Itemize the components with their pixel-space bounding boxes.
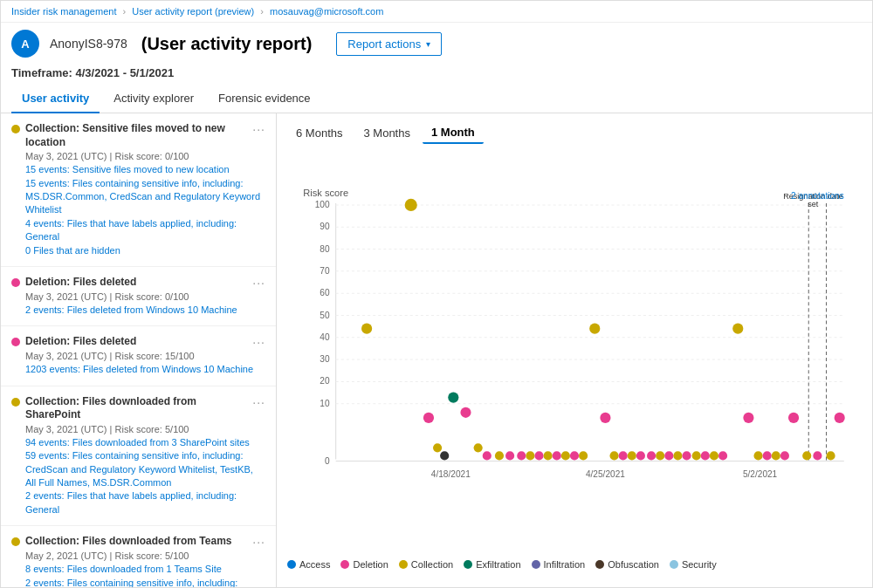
event-type-dot bbox=[11, 278, 20, 287]
data-point[interactable] bbox=[361, 324, 372, 334]
data-point[interactable] bbox=[763, 451, 772, 460]
data-point[interactable] bbox=[656, 451, 664, 460]
legend-label: Security bbox=[682, 559, 717, 570]
legend-label: Collection bbox=[411, 559, 453, 570]
data-point[interactable] bbox=[505, 451, 514, 460]
data-point[interactable] bbox=[788, 413, 799, 423]
event-type-dot bbox=[11, 398, 20, 407]
event-link[interactable]: 2 events: Files that have labels applied… bbox=[25, 489, 265, 516]
data-point[interactable] bbox=[579, 451, 588, 460]
event-link[interactable]: 8 events: Files downloaded from 1 Teams … bbox=[25, 563, 265, 576]
timeframe: Timeframe: 4/3/2021 - 5/1/2021 bbox=[1, 65, 872, 85]
data-point[interactable] bbox=[561, 451, 570, 460]
data-point[interactable] bbox=[753, 451, 762, 460]
event-link[interactable]: 59 events: Files containing sensitive in… bbox=[25, 449, 265, 489]
event-link[interactable]: 15 events: Files containing sensitive in… bbox=[25, 177, 265, 217]
data-point[interactable] bbox=[433, 443, 442, 452]
data-point[interactable] bbox=[474, 443, 483, 452]
breadcrumb-sep-2: › bbox=[260, 6, 264, 17]
data-point[interactable] bbox=[589, 324, 600, 334]
list-item: Collection: Files downloaded from ShareP… bbox=[1, 386, 276, 527]
svg-text:4/18/2021: 4/18/2021 bbox=[431, 469, 471, 479]
data-point[interactable] bbox=[780, 451, 789, 460]
event-more-button[interactable]: ··· bbox=[252, 535, 265, 549]
tab-forensic-evidence[interactable]: Forensic evidence bbox=[208, 85, 321, 113]
data-point[interactable] bbox=[526, 451, 534, 460]
data-point[interactable] bbox=[440, 451, 449, 460]
tab-user-activity[interactable]: User activity bbox=[11, 85, 100, 113]
data-point[interactable] bbox=[483, 451, 491, 460]
data-point[interactable] bbox=[718, 451, 727, 460]
data-point[interactable] bbox=[813, 451, 821, 460]
time-btn-6months[interactable]: 6 Months bbox=[287, 122, 351, 144]
event-link[interactable]: 15 events: Sensitive files moved to new … bbox=[25, 163, 265, 176]
breadcrumb-sep-1: › bbox=[123, 6, 127, 17]
data-point[interactable] bbox=[619, 451, 628, 460]
event-meta: May 2, 2021 (UTC) | Risk score: 5/100 bbox=[25, 550, 265, 561]
data-point[interactable] bbox=[647, 451, 656, 460]
data-point[interactable] bbox=[609, 451, 618, 460]
time-btn-1month[interactable]: 1 Month bbox=[423, 122, 484, 144]
list-item: Deletion: Files deleted···May 3, 2021 (U… bbox=[1, 267, 276, 326]
data-point[interactable] bbox=[600, 413, 610, 423]
data-point[interactable] bbox=[544, 451, 553, 460]
data-point[interactable] bbox=[460, 407, 471, 418]
data-point[interactable] bbox=[827, 451, 835, 460]
avatar: A bbox=[11, 30, 39, 58]
event-link[interactable]: 94 events: Files downloaded from 3 Share… bbox=[25, 436, 265, 449]
event-more-button[interactable]: ··· bbox=[252, 276, 265, 290]
event-type-dot bbox=[11, 125, 20, 133]
event-title: Deletion: Files deleted bbox=[25, 335, 247, 349]
data-point[interactable] bbox=[664, 451, 673, 460]
event-title: Collection: Sensitive files moved to new… bbox=[25, 122, 247, 149]
legend-color-dot bbox=[340, 560, 349, 569]
legend-label: Exfiltration bbox=[476, 559, 520, 570]
data-point[interactable] bbox=[517, 451, 526, 460]
data-point[interactable] bbox=[423, 413, 434, 423]
event-meta: May 3, 2021 (UTC) | Risk score: 15/100 bbox=[25, 351, 265, 361]
data-point[interactable] bbox=[683, 451, 691, 460]
event-link[interactable]: 2 events: Files deleted from Windows 10 … bbox=[25, 304, 265, 317]
data-point[interactable] bbox=[448, 393, 458, 403]
data-point[interactable] bbox=[743, 413, 753, 423]
breadcrumb-item-2[interactable]: User activity report (preview) bbox=[132, 6, 254, 17]
svg-text:30: 30 bbox=[320, 354, 330, 364]
tab-activity-explorer[interactable]: Activity explorer bbox=[103, 85, 204, 113]
svg-text:100: 100 bbox=[315, 200, 330, 209]
data-point[interactable] bbox=[802, 451, 811, 460]
data-point[interactable] bbox=[835, 413, 845, 423]
breadcrumb-item-1[interactable]: Insider risk management bbox=[11, 6, 116, 17]
event-link[interactable]: 0 Files that are hidden bbox=[25, 244, 265, 257]
event-link[interactable]: 2 events: Files containing sensitive inf… bbox=[25, 577, 265, 588]
event-more-button[interactable]: ··· bbox=[252, 122, 265, 136]
data-point[interactable] bbox=[553, 451, 561, 460]
data-point[interactable] bbox=[495, 451, 504, 460]
event-more-button[interactable]: ··· bbox=[252, 335, 265, 349]
time-btn-3months[interactable]: 3 Months bbox=[354, 122, 418, 144]
data-point[interactable] bbox=[772, 451, 780, 460]
breadcrumb-item-3[interactable]: mosauvag@microsoft.com bbox=[270, 6, 383, 17]
data-point[interactable] bbox=[732, 324, 743, 334]
event-link[interactable]: 4 events: Files that have labels applied… bbox=[25, 217, 265, 244]
event-more-button[interactable]: ··· bbox=[252, 395, 265, 409]
legend-item: Collection bbox=[399, 559, 453, 570]
data-point[interactable] bbox=[405, 199, 417, 211]
data-point[interactable] bbox=[636, 451, 645, 460]
data-point[interactable] bbox=[628, 451, 636, 460]
data-point[interactable] bbox=[710, 451, 718, 460]
data-point[interactable] bbox=[534, 451, 543, 460]
svg-text:5/2/2021: 5/2/2021 bbox=[743, 469, 778, 479]
legend-item: Access bbox=[287, 559, 330, 570]
legend-label: Infiltration bbox=[544, 559, 586, 570]
data-point[interactable] bbox=[701, 451, 710, 460]
event-link[interactable]: 1203 events: Files deleted from Windows … bbox=[25, 363, 265, 376]
legend-item: Exfiltration bbox=[464, 559, 520, 570]
svg-text:90: 90 bbox=[320, 222, 330, 231]
report-actions-button[interactable]: Report actions ▾ bbox=[336, 32, 442, 56]
event-meta: May 3, 2021 (UTC) | Risk score: 0/100 bbox=[25, 151, 265, 161]
legend-color-dot bbox=[595, 560, 604, 569]
data-point[interactable] bbox=[570, 451, 579, 460]
data-point[interactable] bbox=[673, 451, 682, 460]
data-point[interactable] bbox=[692, 451, 701, 460]
chart-panel: 6 Months 3 Months 1 Month Risk score 100… bbox=[277, 113, 872, 588]
